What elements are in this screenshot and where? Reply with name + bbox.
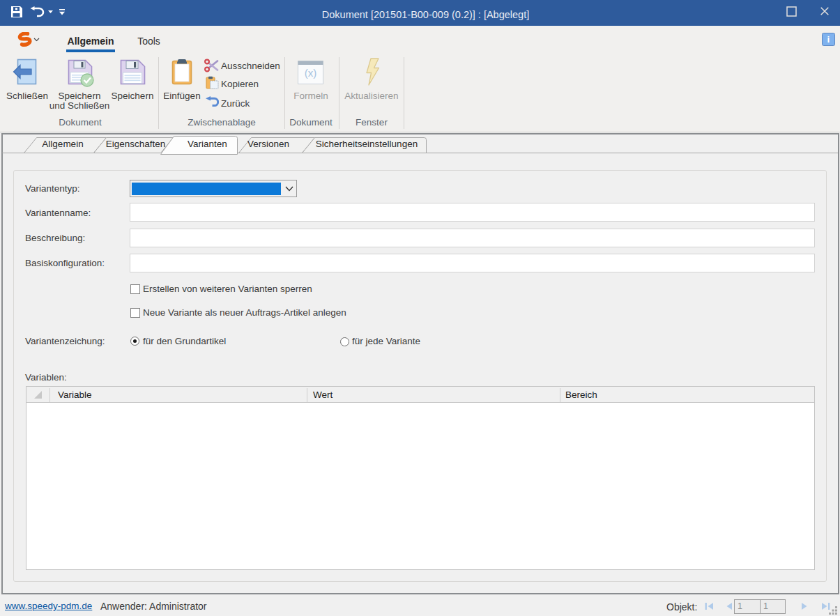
- svg-text:(x): (x): [305, 67, 317, 79]
